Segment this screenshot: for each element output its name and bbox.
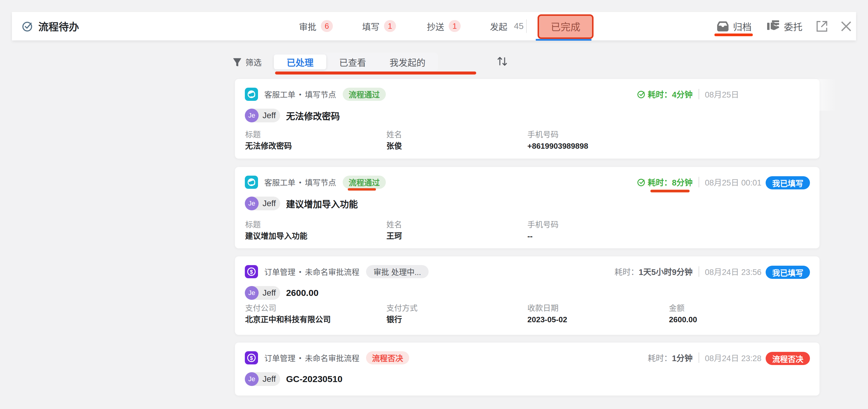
svg-text:$: $ [250,355,253,361]
svg-text:$: $ [250,269,253,275]
